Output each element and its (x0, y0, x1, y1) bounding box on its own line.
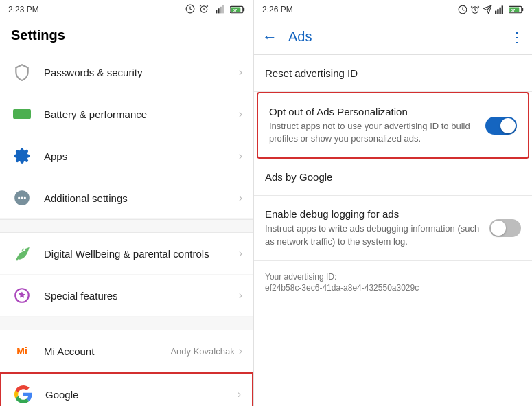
menu-dots-button[interactable]: ⋮ (510, 29, 524, 45)
apps-chevron: › (239, 150, 242, 162)
battery-icon: 57 (230, 5, 245, 14)
sidebar-item-special[interactable]: Special features › (0, 275, 253, 317)
svg-text:57: 57 (233, 8, 237, 12)
debug-title: Enable debug logging for ads (265, 208, 481, 220)
wellbeing-label: Digital Wellbeing & parental controls (44, 248, 239, 260)
sidebar-item-apps[interactable]: Apps › (0, 135, 253, 177)
battery-label: Battery & performance (44, 109, 239, 120)
sidebar-item-passwords[interactable]: Passwords & security › (0, 52, 253, 93)
additional-chevron: › (239, 192, 242, 204)
svg-text:57: 57 (511, 8, 515, 12)
debug-toggle[interactable] (489, 219, 521, 237)
sidebar-item-wellbeing[interactable]: Digital Wellbeing & parental controls › (0, 233, 253, 275)
debug-logging-item[interactable]: Enable debug logging for ads Instruct ap… (254, 196, 532, 260)
battery-icon-right: 57 (509, 5, 524, 14)
alarm-icon (199, 4, 209, 14)
advertising-id-section: Your advertising ID: ef24b58c-3ec6-41da-… (254, 261, 532, 304)
settings-title: Settings (0, 19, 253, 52)
shield-icon (11, 61, 33, 83)
svg-rect-9 (243, 8, 244, 11)
alarm-icon-right (470, 5, 480, 14)
reset-ad-id-item[interactable]: Reset advertising ID (254, 55, 532, 92)
svg-point-15 (21, 196, 23, 199)
ads-content: Reset advertising ID Opt out of Ads Pers… (254, 55, 532, 406)
ads-by-google-item[interactable]: Ads by Google (254, 159, 532, 196)
battery-menu-icon (11, 103, 33, 125)
opt-out-desc: Instruct apps not to use your advertisin… (269, 120, 477, 145)
status-bar-right: 2:26 PM 57 (254, 0, 532, 19)
ads-header: ← Ads ⋮ (254, 19, 532, 55)
wellbeing-chevron: › (239, 247, 242, 260)
svg-line-19 (471, 6, 472, 8)
ads-panel: 2:26 PM 57 ← Ads ⋮ Re (254, 0, 532, 406)
clock-icon-right (458, 5, 467, 14)
svg-line-3 (207, 5, 208, 6)
back-button[interactable]: ← (262, 28, 277, 46)
ads-by-google-title: Ads by Google (265, 171, 521, 183)
passwords-label: Passwords & security (44, 67, 239, 78)
signal-icon-right (495, 5, 506, 14)
google-icon (12, 383, 34, 405)
time-left: 2:23 PM (8, 5, 39, 14)
svg-point-16 (24, 196, 26, 199)
google-chevron: › (238, 388, 241, 401)
special-label: Special features (44, 290, 239, 302)
svg-rect-6 (220, 6, 221, 13)
special-icon (11, 284, 33, 306)
svg-point-14 (18, 196, 20, 199)
mi-label: Mi Account (44, 346, 170, 357)
advertising-id-label: Your advertising ID: (265, 272, 521, 282)
status-bar-left: 2:23 PM 57 (0, 0, 253, 19)
svg-rect-24 (497, 9, 498, 14)
opt-out-item[interactable]: Opt out of Ads Personalization Instruct … (257, 92, 529, 159)
svg-rect-4 (216, 10, 217, 13)
sidebar-item-google[interactable]: Google › (0, 372, 253, 406)
google-label: Google (45, 389, 238, 401)
svg-rect-26 (502, 5, 503, 14)
sidebar-item-additional[interactable]: Additional settings › (0, 177, 253, 219)
divider-2 (0, 317, 253, 330)
status-icons-left: 57 (185, 4, 245, 16)
svg-point-12 (20, 154, 25, 159)
mi-chevron: › (239, 345, 242, 357)
opt-out-row: Opt out of Ads Personalization Instruct … (269, 106, 517, 145)
special-chevron: › (239, 289, 242, 302)
apps-gear-icon (11, 145, 33, 167)
signal-icon (216, 4, 227, 14)
toggle-knob (500, 118, 516, 133)
opt-out-title: Opt out of Ads Personalization (269, 106, 477, 117)
divider-1 (0, 219, 253, 233)
settings-panel: 2:23 PM 57 Settings (0, 0, 254, 406)
ads-title: Ads (288, 29, 510, 45)
sidebar-item-battery[interactable]: Battery & performance › (0, 93, 253, 135)
settings-list: Passwords & security › Battery & perform… (0, 52, 253, 406)
battery-chevron: › (239, 108, 242, 120)
svg-rect-7 (222, 5, 223, 13)
reset-ad-id-title: Reset advertising ID (265, 67, 521, 79)
sidebar-item-mi[interactable]: Mi Mi Account Andy Kovalchak › (0, 330, 253, 372)
debug-desc: Instruct apps to write ads debugging inf… (265, 223, 481, 247)
right-status-icons: 57 (458, 5, 524, 14)
time-right: 2:26 PM (262, 5, 293, 14)
svg-rect-5 (218, 8, 219, 13)
svg-line-2 (200, 5, 201, 6)
svg-rect-23 (495, 11, 496, 14)
apps-label: Apps (44, 150, 239, 162)
mi-account-user: Andy Kovalchak (170, 346, 234, 357)
send-icon (483, 5, 492, 14)
mi-icon: Mi (11, 340, 33, 362)
advertising-id-value: ef24b58c-3ec6-41da-a8e4-432550a3029c (265, 283, 521, 293)
additional-label: Additional settings (44, 192, 239, 204)
wellbeing-icon (11, 243, 33, 264)
debug-row: Enable debug logging for ads Instruct ap… (265, 208, 521, 247)
additional-icon (11, 187, 33, 209)
debug-toggle-knob (491, 221, 506, 236)
svg-line-20 (478, 6, 479, 8)
svg-rect-28 (522, 8, 523, 12)
opt-out-toggle[interactable] (485, 117, 517, 135)
clock-icon (185, 4, 195, 14)
passwords-chevron: › (239, 66, 242, 78)
svg-rect-25 (499, 8, 500, 14)
